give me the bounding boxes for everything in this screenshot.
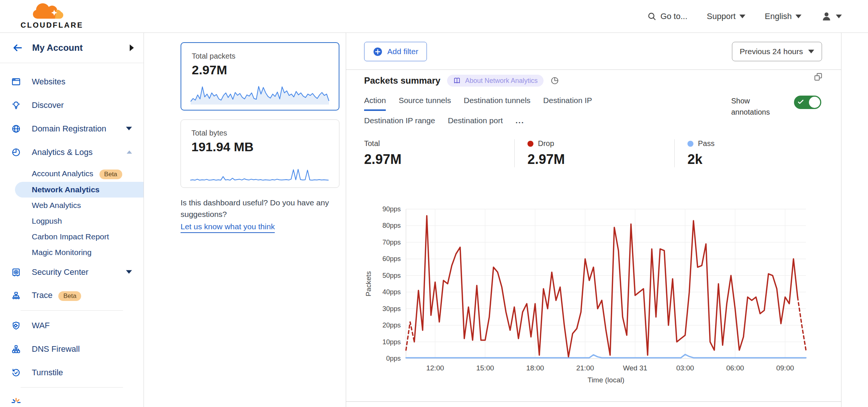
add-filter-label: Add filter xyxy=(387,47,418,56)
sidebar: My Account WebsitesDiscoverDomain Regist… xyxy=(0,33,144,407)
sidebar-item-carbon-impact-report[interactable]: Carbon Impact Report xyxy=(0,229,144,245)
svg-text:12:00: 12:00 xyxy=(426,364,444,372)
stat-label: Total xyxy=(364,139,380,148)
sidebar-item-dns-firewall[interactable]: DNS Firewall xyxy=(0,337,144,361)
main-panel: Add filter Previous 24 hours Packets sum… xyxy=(346,33,841,407)
sidebar-item-label: Web Analytics xyxy=(32,201,81,210)
feedback-question: Is this dashboard useful? Do you have an… xyxy=(181,197,347,220)
domain-registration-icon xyxy=(11,124,21,134)
about-network-analytics-badge[interactable]: About Network Analytics xyxy=(447,75,544,87)
chevron-down-icon[interactable] xyxy=(126,269,132,276)
time-range-label: Previous 24 hours xyxy=(740,47,803,56)
sidebar-item-analytics-logs[interactable]: Analytics & Logs xyxy=(0,140,144,164)
sidebar-item-magic-monitoring[interactable]: Magic Monitoring xyxy=(0,245,144,260)
packets-chart: 0pps10pps20pps30pps40pps50pps60pps70pps8… xyxy=(357,202,821,394)
goto-search[interactable]: Go to... xyxy=(647,12,687,21)
sidebar-item-partial[interactable] xyxy=(0,391,144,407)
stat-value: 2k xyxy=(687,152,714,167)
security-center-icon xyxy=(11,267,21,277)
sidebar-item-websites[interactable]: Websites xyxy=(0,70,144,93)
logo-wordmark: CLOUDFLARE xyxy=(21,21,77,29)
sidebar-item-label: Security Center xyxy=(32,267,89,277)
sidebar-item-label: Turnstile xyxy=(32,368,63,378)
add-filter-button[interactable]: Add filter xyxy=(364,42,427,61)
cloudflare-cloud-icon xyxy=(32,1,65,20)
tab-destination-tunnels[interactable]: Destination tunnels xyxy=(464,91,530,111)
book-icon xyxy=(453,77,461,85)
language-label: English xyxy=(765,12,792,21)
svg-text:50pps: 50pps xyxy=(382,272,401,279)
websites-icon xyxy=(11,77,21,87)
time-range-dropdown[interactable]: Previous 24 hours xyxy=(732,42,822,61)
my-account-row[interactable]: My Account xyxy=(0,33,144,63)
total-packets-title: Total packets xyxy=(192,52,328,60)
sidebar-item-label: DNS Firewall xyxy=(32,344,80,354)
tab-action[interactable]: Action xyxy=(364,91,386,111)
stat-value: 2.97M xyxy=(364,152,503,167)
back-arrow-icon[interactable] xyxy=(12,42,23,53)
show-annotations-toggle[interactable] xyxy=(794,96,821,109)
svg-text:10pps: 10pps xyxy=(382,338,401,346)
svg-text:90pps: 90pps xyxy=(382,205,401,213)
support-label: Support xyxy=(707,12,736,21)
sidebar-item-web-analytics[interactable]: Web Analytics xyxy=(0,198,144,213)
sidebar-divider xyxy=(21,387,123,388)
total-bytes-sparkline xyxy=(188,159,330,184)
support-menu[interactable]: Support xyxy=(707,12,745,21)
check-icon xyxy=(797,99,804,105)
my-account-label: My Account xyxy=(32,43,83,53)
sidebar-item-security-center[interactable]: Security Center xyxy=(0,260,144,284)
feedback-link[interactable]: Let us know what you think xyxy=(181,221,275,233)
svg-text:09:00: 09:00 xyxy=(776,364,794,372)
chevron-down-icon xyxy=(739,15,745,18)
total-packets-sparkline xyxy=(189,81,331,107)
sidebar-item-label: WAF xyxy=(32,321,50,330)
sidebar-item-waf[interactable]: WAF xyxy=(0,314,144,337)
stat-total: Total2.97M xyxy=(364,139,514,167)
sidebar-item-account-analytics[interactable]: Account AnalyticsBeta xyxy=(0,166,144,182)
svg-text:20pps: 20pps xyxy=(382,321,401,329)
dns-firewall-icon xyxy=(11,344,21,354)
sidebar-item-label: Logpush xyxy=(32,217,62,226)
sidebar-item-label: Network Analytics xyxy=(32,185,99,194)
tab-more-ellipsis[interactable]: ... xyxy=(515,111,524,131)
total-bytes-card[interactable]: Total bytes 191.94 MB xyxy=(181,119,339,188)
packets-summary-header: Packets summary About Network Analytics xyxy=(364,75,559,87)
stats-row: Total2.97MDrop2.97MPass2k xyxy=(364,139,823,167)
header-actions: Go to... Support English xyxy=(647,0,842,33)
svg-text:Time (local): Time (local) xyxy=(588,376,625,384)
tab-destination-ip[interactable]: Destination IP xyxy=(543,91,592,111)
language-menu[interactable]: English xyxy=(765,12,801,21)
sidebar-item-discover[interactable]: Discover xyxy=(0,93,144,117)
sidebar-item-turnstile[interactable]: Turnstile xyxy=(0,361,144,384)
chevron-down-icon xyxy=(808,50,814,53)
sidebar-item-logpush[interactable]: Logpush xyxy=(0,213,144,229)
sidebar-item-trace[interactable]: TraceBeta xyxy=(0,284,144,307)
stat-label: Pass xyxy=(698,139,714,148)
beta-badge: Beta xyxy=(58,291,81,301)
stat-value: 2.97M xyxy=(527,152,663,167)
total-bytes-title: Total bytes xyxy=(191,129,329,137)
chevron-right-icon xyxy=(130,44,134,51)
tab-source-tunnels[interactable]: Source tunnels xyxy=(398,91,451,111)
tab-destination-port[interactable]: Destination port xyxy=(448,111,503,131)
sidebar-item-network-analytics[interactable]: Network Analytics xyxy=(15,182,144,198)
svg-text:03:00: 03:00 xyxy=(676,364,694,372)
expand-panel-icon[interactable] xyxy=(813,72,823,83)
sidebar-item-label: Domain Registration xyxy=(32,124,106,134)
discover-icon xyxy=(11,100,21,110)
tab-destination-ip-range[interactable]: Destination IP range xyxy=(364,111,435,131)
cloudflare-logo[interactable]: CLOUDFLARE xyxy=(21,1,77,29)
account-menu[interactable] xyxy=(821,11,842,22)
sidebar-item-label: TraceBeta xyxy=(32,291,81,301)
sidebar-item-domain-registration[interactable]: Domain Registration xyxy=(0,117,144,140)
packets-line-chart[interactable]: 0pps10pps20pps30pps40pps50pps60pps70pps8… xyxy=(357,202,821,392)
total-packets-card[interactable]: Total packets 2.97M xyxy=(181,42,339,111)
svg-text:21:00: 21:00 xyxy=(576,364,594,372)
pie-chart-icon[interactable] xyxy=(550,76,559,85)
stat-pass: Pass2k xyxy=(674,139,726,167)
user-icon xyxy=(821,11,832,22)
chevron-up-icon[interactable] xyxy=(126,149,132,156)
sidebar-item-label: Carbon Impact Report xyxy=(32,232,109,241)
chevron-down-icon[interactable] xyxy=(126,125,132,132)
